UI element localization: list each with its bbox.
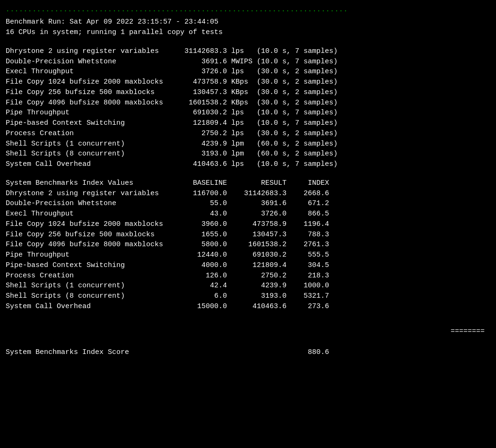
terminal-output: ........................................… [6,5,490,358]
index-result-line: Shell Scripts (8 concurrent) 6.0 3193.0 … [6,291,490,302]
top-border: ........................................… [6,5,490,14]
score-line: System Benchmarks Index Score 880.6 [6,347,490,358]
raw-result-line: Pipe Throughput 691030.2 lps (10.0 s, 7 … [6,108,490,118]
raw-result-line: Execl Throughput 3726.0 lps (30.0 s, 2 s… [6,67,490,77]
raw-result-line: Dhrystone 2 using register variables 311… [6,46,490,57]
index-result-line: System Call Overhead 15000.0 410463.6 27… [6,302,490,312]
score-section: System Benchmarks Index Score 880.6 [6,347,490,358]
index-result-line: Process Creation 126.0 2750.2 218.3 [6,271,490,281]
index-result-line: Double-Precision Whetstone 55.0 3691.6 6… [6,198,490,209]
index-header-line: System Benchmarks Index Values BASELINE … [6,178,490,189]
header-line1: Benchmark Run: Sat Apr 09 2022 23:15:57 … [6,17,490,27]
index-result-line: File Copy 256 bufsize 500 maxblocks 1655… [6,230,490,240]
header-section: Benchmark Run: Sat Apr 09 2022 23:15:57 … [6,17,490,38]
raw-result-line: File Copy 256 bufsize 500 maxblocks 1304… [6,87,490,98]
index-result-line: File Copy 1024 bufsize 2000 maxblocks 39… [6,219,490,230]
raw-result-line: File Copy 1024 bufsize 2000 maxblocks 47… [6,77,490,87]
index-result-line: Pipe Throughput 12440.0 691030.2 555.5 [6,250,490,260]
raw-result-line: File Copy 4096 bufsize 8000 maxblocks 16… [6,98,490,108]
index-result-line: Execl Throughput 43.0 3726.0 866.5 [6,209,490,219]
raw-result-line: Shell Scripts (8 concurrent) 3193.0 lpm … [6,149,490,159]
raw-results-section: Dhrystone 2 using register variables 311… [6,46,490,170]
index-result-line: Dhrystone 2 using register variables 116… [6,189,490,199]
raw-result-line: System Call Overhead 410463.6 lps (10.0 … [6,159,490,170]
index-result-line: Pipe-based Context Switching 4000.0 1218… [6,260,490,271]
raw-result-line: Process Creation 2750.2 lps (30.0 s, 2 s… [6,129,490,139]
raw-result-line: Pipe-based Context Switching 121809.4 lp… [6,118,490,129]
index-result-line: File Copy 4096 bufsize 8000 maxblocks 58… [6,240,490,250]
raw-result-line: Double-Precision Whetstone 3691.6 MWIPS … [6,57,490,67]
index-section: System Benchmarks Index Values BASELINE … [6,178,490,312]
header-line2: 16 CPUs in system; running 1 parallel co… [6,27,490,38]
index-result-line: Shell Scripts (1 concurrent) 42.4 4239.9… [6,281,490,291]
raw-result-line: Shell Scripts (1 concurrent) 4239.9 lpm … [6,139,490,149]
separator-line: ======== [6,317,490,347]
